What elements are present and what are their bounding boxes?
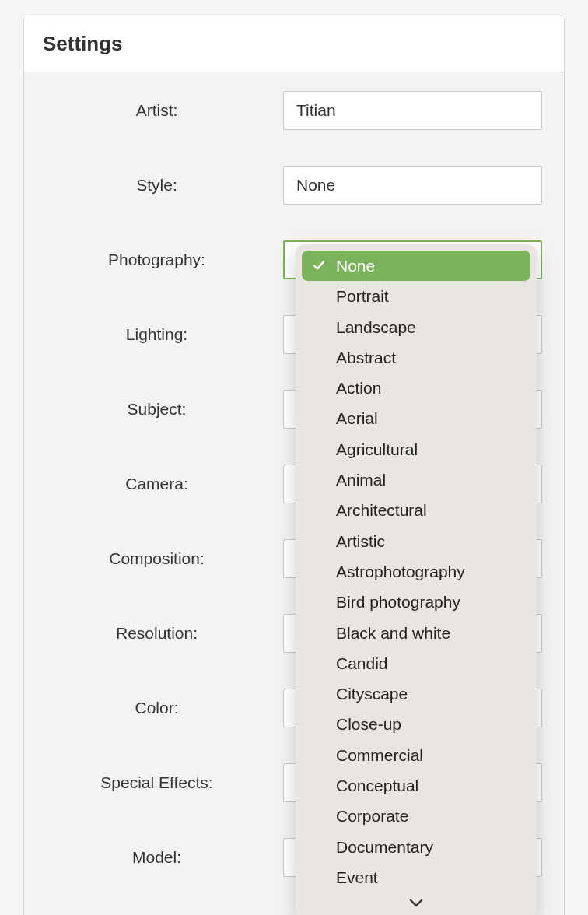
- dropdown-option[interactable]: Action: [302, 373, 530, 403]
- dropdown-option[interactable]: Agricultural: [302, 434, 530, 465]
- label-color: Color:: [46, 699, 283, 717]
- dropdown-option[interactable]: Architectural: [302, 495, 530, 525]
- dropdown-option-label: Aerial: [336, 409, 378, 427]
- dropdown-option[interactable]: Aerial: [302, 403, 530, 433]
- dropdown-option[interactable]: Abstract: [302, 342, 530, 373]
- label-resolution: Resolution:: [46, 624, 283, 643]
- row-artist: Artist: Titian: [46, 91, 542, 130]
- label-special-effects: Special Effects:: [46, 773, 283, 792]
- row-style: Style: None: [46, 166, 542, 205]
- label-camera: Camera:: [46, 475, 283, 493]
- label-style: Style:: [46, 176, 283, 195]
- dropdown-option[interactable]: Commercial: [302, 740, 530, 770]
- dropdown-option[interactable]: Cityscape: [302, 678, 530, 709]
- dropdown-option-label: Close-up: [336, 715, 401, 733]
- dropdown-option[interactable]: None: [302, 251, 530, 281]
- dropdown-option[interactable]: Candid: [302, 648, 530, 678]
- dropdown-option-label: Commercial: [336, 746, 423, 764]
- dropdown-option-label: Candid: [336, 654, 388, 672]
- dropdown-option[interactable]: Conceptual: [302, 770, 530, 801]
- dropdown-option-label: Portrait: [336, 287, 389, 305]
- label-composition: Composition:: [46, 549, 283, 568]
- dropdown-option-label: Cityscape: [336, 685, 408, 703]
- photography-dropdown[interactable]: NonePortraitLandscapeAbstractActionAeria…: [296, 244, 537, 915]
- label-model: Model:: [46, 848, 283, 867]
- dropdown-option[interactable]: Black and white: [302, 618, 530, 648]
- dropdown-option[interactable]: Event: [302, 862, 530, 892]
- dropdown-option-label: Agricultural: [336, 440, 418, 458]
- dropdown-option[interactable]: Documentary: [302, 832, 530, 862]
- dropdown-option-label: None: [336, 257, 375, 275]
- panel-title: Settings: [43, 32, 545, 56]
- select-artist[interactable]: Titian: [283, 91, 542, 130]
- dropdown-option-label: Animal: [336, 471, 386, 489]
- dropdown-option-label: Architectural: [336, 501, 427, 519]
- dropdown-option-label: Astrophotography: [336, 563, 465, 580]
- label-photography: Photography:: [46, 251, 283, 269]
- check-icon: [313, 255, 325, 276]
- label-lighting: Lighting:: [46, 325, 283, 344]
- dropdown-option-label: Bird photography: [336, 593, 460, 611]
- dropdown-option[interactable]: Portrait: [302, 281, 530, 311]
- dropdown-option-label: Abstract: [336, 349, 396, 366]
- dropdown-option[interactable]: Corporate: [302, 801, 530, 831]
- dropdown-option[interactable]: Landscape: [302, 312, 530, 342]
- panel-header: Settings: [24, 16, 564, 72]
- select-style-value: None: [296, 176, 335, 195]
- dropdown-option-label: Conceptual: [336, 777, 418, 794]
- dropdown-scroll-indicator[interactable]: [302, 892, 530, 913]
- dropdown-option-label: Corporate: [336, 807, 408, 825]
- dropdown-option[interactable]: Astrophotography: [302, 556, 530, 587]
- dropdown-option[interactable]: Artistic: [302, 526, 530, 556]
- dropdown-option-label: Black and white: [336, 624, 450, 642]
- dropdown-option[interactable]: Bird photography: [302, 587, 530, 617]
- label-subject: Subject:: [46, 400, 283, 419]
- dropdown-option-label: Documentary: [336, 838, 433, 856]
- chevron-down-icon: [409, 897, 423, 911]
- select-style[interactable]: None: [283, 166, 542, 205]
- dropdown-option-label: Event: [336, 868, 378, 886]
- label-artist: Artist:: [46, 101, 283, 120]
- dropdown-option-label: Action: [336, 379, 381, 397]
- select-artist-value: Titian: [296, 101, 336, 120]
- dropdown-option-label: Landscape: [336, 318, 416, 336]
- dropdown-option[interactable]: Animal: [302, 465, 530, 495]
- dropdown-option-label: Artistic: [336, 532, 385, 550]
- dropdown-option[interactable]: Close-up: [302, 709, 530, 739]
